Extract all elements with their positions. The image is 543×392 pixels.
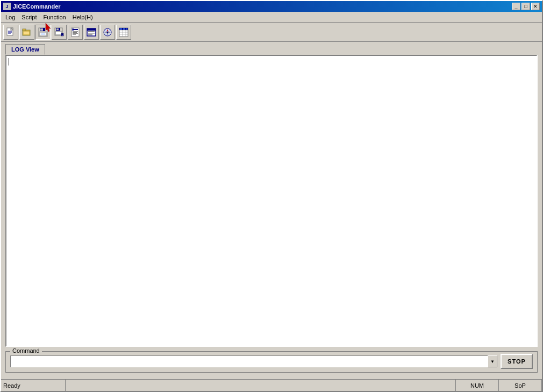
svg-rect-34	[88, 33, 95, 34]
window-title: JICECommander	[13, 3, 61, 10]
status-middle	[66, 380, 456, 391]
command-group: Command ▼ STOP	[5, 351, 538, 373]
toolbar: + D	[1, 23, 542, 42]
status-num-text: NUM	[470, 382, 484, 389]
status-sop-text: SoP	[515, 382, 526, 389]
new-button[interactable]	[3, 25, 18, 40]
document-icon: D	[70, 27, 80, 37]
svg-rect-32	[87, 28, 96, 31]
title-bar: J JICECommander _ □ ✕	[1, 1, 542, 12]
title-bar-left: J JICECommander	[3, 3, 61, 10]
svg-rect-27	[73, 32, 77, 33]
svg-rect-26	[73, 31, 78, 32]
grid-button[interactable]	[116, 25, 131, 40]
stop-button[interactable]: STOP	[501, 354, 533, 369]
svg-rect-35	[88, 34, 92, 35]
svg-rect-49	[120, 28, 122, 30]
open-folder-icon	[22, 27, 32, 37]
svg-rect-8	[23, 31, 30, 35]
log-view[interactable]	[6, 56, 537, 346]
svg-point-41	[107, 31, 109, 33]
menu-help[interactable]: Help(H)	[69, 13, 96, 21]
properties-icon	[87, 27, 96, 37]
close-button[interactable]: ✕	[531, 3, 540, 10]
command-input-wrapper: ▼	[10, 355, 497, 367]
main-window: J JICECommander _ □ ✕ Log Script Functio…	[0, 0, 543, 392]
log-view-container	[5, 55, 538, 347]
title-buttons: _ □ ✕	[512, 3, 540, 10]
new-doc-icon	[6, 27, 16, 37]
compass-button[interactable]	[100, 25, 115, 40]
save-button[interactable]	[35, 25, 51, 40]
command-section: Command ▼ STOP	[5, 349, 538, 375]
open-button[interactable]	[19, 25, 34, 40]
tab-bar: LOG View	[1, 42, 542, 55]
svg-rect-29	[73, 34, 76, 35]
compass-icon	[103, 27, 112, 37]
command-label: Command	[10, 347, 42, 354]
svg-rect-33	[88, 31, 95, 32]
app-icon: J	[3, 3, 11, 10]
save-as-button[interactable]: +	[52, 25, 67, 40]
svg-rect-7	[23, 29, 26, 31]
document-button[interactable]: D	[68, 25, 83, 40]
menu-bar: Log Script Function Help(H)	[1, 12, 542, 23]
save-as-icon: +	[54, 27, 64, 37]
svg-rect-51	[126, 28, 127, 30]
svg-rect-28	[73, 33, 78, 34]
command-dropdown-button[interactable]: ▼	[488, 355, 497, 367]
command-input[interactable]	[10, 355, 497, 367]
tab-log-view[interactable]: LOG View	[5, 44, 45, 55]
status-bar: Ready NUM SoP	[1, 379, 542, 391]
status-sop: SoP	[499, 380, 542, 391]
svg-rect-13	[40, 28, 43, 31]
status-ready-text: Ready	[3, 382, 20, 389]
menu-log[interactable]: Log	[2, 13, 18, 21]
menu-script[interactable]: Script	[18, 13, 40, 21]
maximize-button[interactable]: □	[521, 3, 530, 10]
grid-icon	[119, 27, 128, 37]
minimize-button[interactable]: _	[512, 3, 520, 10]
svg-text:D: D	[72, 28, 74, 31]
menu-function[interactable]: Function	[40, 13, 69, 21]
cursor-line	[9, 58, 9, 66]
properties-button[interactable]	[84, 25, 99, 40]
svg-rect-50	[123, 28, 125, 30]
red-cursor-icon	[45, 23, 53, 34]
svg-rect-21	[56, 32, 61, 34]
content-area: Command ▼ STOP	[1, 55, 542, 379]
status-num: NUM	[456, 380, 499, 391]
status-ready: Ready	[1, 380, 66, 391]
svg-rect-19	[56, 28, 59, 30]
